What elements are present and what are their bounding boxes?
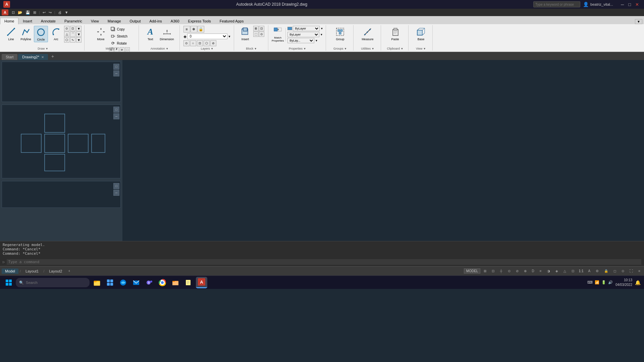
draw-extra-1[interactable]: ⊙	[64, 26, 69, 31]
annotation-dimension-btn[interactable]: Dimension	[158, 26, 175, 42]
new-tab-btn[interactable]: +	[49, 53, 57, 60]
tab-expresstools[interactable]: Express Tools	[184, 18, 215, 24]
draw-polyline-btn[interactable]: Polyline	[19, 26, 33, 42]
draw-extra-4[interactable]: △	[64, 32, 69, 37]
block-insert-btn[interactable]: Insert	[238, 26, 252, 42]
save-btn[interactable]: 💾	[24, 10, 31, 15]
thumb2-ctrl-1[interactable]: □	[113, 107, 119, 113]
window-controls[interactable]: ─ □ ✕	[619, 1, 641, 8]
block-extra-2[interactable]: ⊡	[259, 26, 264, 31]
tab-a360[interactable]: A360	[166, 18, 184, 24]
block-extra-1[interactable]: ⊞	[253, 26, 259, 31]
bylayer-select[interactable]: ByLayer	[293, 26, 320, 31]
taskbar-edge[interactable]	[117, 277, 129, 288]
taskbar-explorer[interactable]	[91, 277, 103, 288]
tab-view[interactable]: View	[87, 18, 103, 24]
taskbar-widgets[interactable]	[104, 277, 116, 288]
tab-output[interactable]: Output	[125, 18, 145, 24]
tab-insert[interactable]: Insert	[18, 18, 37, 24]
draw-line-btn[interactable]: Line	[4, 26, 18, 42]
customui-btn[interactable]: ≡	[636, 268, 642, 274]
layer-select[interactable]: 0	[187, 34, 227, 39]
block-extra-3[interactable]: ⬚	[253, 32, 259, 37]
linetype-select[interactable]: ByLayer	[287, 32, 319, 37]
thumb2-ctrl-2[interactable]: ─	[113, 113, 119, 119]
clock-display[interactable]: 10:13 04/03/2022	[615, 278, 632, 287]
tab-annotate[interactable]: Annotate	[37, 18, 60, 24]
layer-lock-btn[interactable]: 🔒	[198, 26, 204, 33]
draw-extra-5[interactable]: ⌒	[70, 32, 75, 37]
layer-extra-4[interactable]: ⬡	[204, 40, 210, 46]
speaker-icon[interactable]: 🔊	[608, 280, 613, 285]
tab-home[interactable]: Home	[0, 18, 18, 24]
qa-dropdown[interactable]: ▼	[64, 10, 69, 15]
notification-btn[interactable]: 🔔	[635, 280, 641, 285]
grid-btn[interactable]: ⊞	[482, 268, 488, 274]
draw-extra-6[interactable]: ▼	[76, 32, 82, 37]
titlebar-search[interactable]	[533, 1, 580, 7]
close-btn[interactable]: ✕	[634, 1, 641, 8]
dynin-btn[interactable]: D	[530, 268, 536, 274]
taskbar-files[interactable]	[170, 277, 181, 288]
block-extra-4[interactable]: ⊙	[259, 32, 264, 37]
start-menu-btn[interactable]	[3, 277, 14, 288]
minimize-btn[interactable]: ─	[619, 1, 626, 8]
modify-move-btn[interactable]: Move	[94, 26, 108, 42]
taskbar-autocad[interactable]: A	[196, 277, 207, 288]
isolate-btn[interactable]: ⊙	[620, 268, 626, 274]
lweight-btn[interactable]: ≡	[538, 268, 544, 274]
annotation-text-btn[interactable]: A Text	[144, 26, 157, 42]
lineweight-dropdown[interactable]: ▼	[315, 39, 318, 42]
ribbon-collapse[interactable]: ▼	[635, 19, 644, 24]
layer-extra-2[interactable]: ○	[190, 40, 196, 46]
doc-tab-start[interactable]: Start	[2, 54, 17, 60]
open-btn[interactable]: 📂	[17, 10, 23, 15]
maximize-btn[interactable]: □	[627, 1, 633, 8]
taskbar-teams[interactable]: T	[144, 277, 155, 288]
taskbar-sticky[interactable]	[183, 277, 194, 288]
match-properties-btn[interactable]: MatchProperties	[272, 27, 284, 42]
layer-props-btn[interactable]: ≡	[183, 26, 190, 33]
undo-btn[interactable]: ↩	[42, 10, 47, 15]
drawing2-close-btn[interactable]: ✕	[41, 55, 44, 59]
group-btn[interactable]: Group	[333, 26, 347, 42]
keyboard-icon[interactable]: ⌨	[587, 280, 593, 285]
3dosnap-btn[interactable]: △	[561, 268, 568, 274]
doc-tab-drawing2[interactable]: Drawing2* ✕	[18, 54, 48, 60]
thumb1-ctrl-2[interactable]: ─	[113, 70, 119, 76]
plot-btn[interactable]: 🖨	[57, 10, 63, 15]
battery-icon[interactable]: 🔋	[601, 280, 606, 285]
snap-btn[interactable]: ⊡	[490, 268, 496, 274]
measure-btn[interactable]: Measure	[360, 26, 375, 42]
draw-extra-3[interactable]: ▼	[76, 26, 82, 31]
itrack-btn[interactable]: ⊕	[522, 268, 529, 274]
sel-cycle-btn[interactable]: ◈	[553, 268, 560, 274]
lock-btn[interactable]: 🔒	[602, 268, 610, 274]
anno-scale-btn[interactable]: A	[586, 268, 592, 274]
add-layout-btn[interactable]: +	[66, 268, 72, 274]
redo-btn[interactable]: ↪	[48, 10, 53, 15]
transp-btn[interactable]: ◑	[545, 268, 552, 274]
model-mode-btn[interactable]: MODEL	[464, 268, 481, 274]
tab-addins[interactable]: Add-ins	[145, 18, 166, 24]
thumb3-ctrl-2[interactable]: ─	[113, 190, 119, 196]
ortho-btn[interactable]: ┼	[498, 268, 504, 274]
modify-stretch-btn[interactable]: Stretch	[109, 33, 130, 40]
tab-manage[interactable]: Manage	[103, 18, 125, 24]
taskbar-chrome[interactable]	[157, 277, 168, 288]
draw-extra-9[interactable]: ▼	[76, 37, 82, 43]
fullscreen-btn[interactable]: ⛶	[628, 268, 635, 274]
tab-parametric[interactable]: Parametric	[60, 18, 87, 24]
layer-dropdown-icon[interactable]: ▼	[228, 35, 231, 38]
modify-copy-btn[interactable]: Copy	[109, 26, 130, 33]
layer-extra-3[interactable]: ⊡	[197, 40, 203, 46]
saveas-btn[interactable]: ⊞	[32, 10, 37, 15]
lineweight-select[interactable]: ByLay...	[287, 38, 314, 43]
linetype-dropdown[interactable]: ▼	[320, 33, 323, 36]
paste-btn[interactable]: Paste	[388, 26, 402, 42]
layer-extra-5[interactable]: ⊘	[210, 40, 216, 46]
dynucs-btn[interactable]: ⊡	[570, 268, 576, 274]
model-tab[interactable]: Model	[2, 268, 18, 274]
polar-btn[interactable]: ⊙	[506, 268, 513, 274]
draw-extra-8[interactable]: ∿	[70, 37, 75, 43]
